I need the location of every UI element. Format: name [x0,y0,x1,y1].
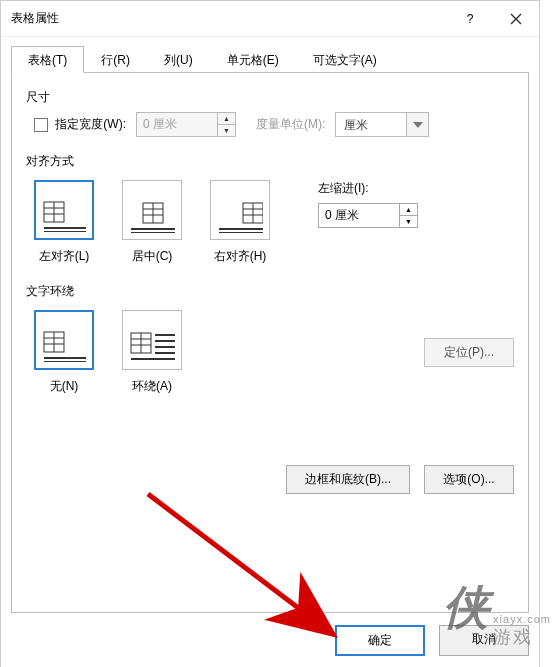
tab-row[interactable]: 行(R) [84,46,147,73]
wrap-around[interactable]: 环绕(A) [122,310,182,395]
indent-label: 左缩进(I): [318,180,418,197]
align-left-icon [42,196,86,232]
specify-width-label[interactable]: 指定宽度(W): [34,116,126,133]
close-button[interactable] [493,1,539,37]
align-left[interactable]: 左对齐(L) [34,180,94,265]
wrap-group-label: 文字环绕 [26,283,514,300]
tab-alttext[interactable]: 可选文字(A) [296,46,394,73]
table-properties-dialog: 表格属性 ? 表格(T) 行(R) 列(U) 单元格(E) 可选文字(A) 尺寸… [0,0,540,667]
width-spinbox[interactable]: ▲ ▼ [136,112,236,137]
indent-spin-up[interactable]: ▲ [400,204,417,216]
width-spin-down[interactable]: ▼ [218,125,235,136]
tab-column[interactable]: 列(U) [147,46,210,73]
titlebar: 表格属性 ? [1,1,539,37]
indent-input[interactable] [319,204,399,227]
panel-bottom-buttons: 边框和底纹(B)... 选项(O)... [26,465,514,494]
wrap-group: 无(N) [34,310,514,395]
indent-column: 左缩进(I): ▲ ▼ [318,180,418,228]
unit-value: 厘米 [336,113,406,136]
indent-spinbox[interactable]: ▲ ▼ [318,203,418,228]
align-group-label: 对齐方式 [26,153,514,170]
unit-dropdown[interactable]: 厘米 [335,112,429,137]
watermark-logo: 侠 [443,584,491,630]
width-spin-up[interactable]: ▲ [218,113,235,125]
tab-table[interactable]: 表格(T) [11,46,84,73]
close-icon [510,13,522,25]
dialog-client: 表格(T) 行(R) 列(U) 单元格(E) 可选文字(A) 尺寸 指定宽度(W… [1,37,539,667]
align-right[interactable]: 右对齐(H) [210,180,270,265]
ok-button[interactable]: 确定 [335,625,425,656]
size-group-label: 尺寸 [26,89,514,106]
help-button[interactable]: ? [447,1,493,37]
wrap-none-icon [42,326,86,362]
border-shading-button[interactable]: 边框和底纹(B)... [286,465,410,494]
width-input [137,113,217,136]
watermark-url: xiayx.com [493,613,551,625]
options-button[interactable]: 选项(O)... [424,465,514,494]
align-right-icon [217,197,263,233]
watermark: 侠 xiayx.com 游戏 [443,584,551,649]
align-group: 左对齐(L) 居中(C) [34,180,514,265]
indent-spin-down[interactable]: ▼ [400,216,417,227]
specify-width-checkbox[interactable] [34,118,48,132]
align-center[interactable]: 居中(C) [122,180,182,265]
watermark-brand: 游戏 [493,625,551,649]
align-center-icon [129,197,175,233]
wrap-none[interactable]: 无(N) [34,310,94,395]
tabstrip: 表格(T) 行(R) 列(U) 单元格(E) 可选文字(A) [11,45,529,73]
size-row: 指定宽度(W): ▲ ▼ 度量单位(M): 厘米 [34,112,514,137]
tabpanel-table: 尺寸 指定宽度(W): ▲ ▼ 度量单位(M): 厘米 [11,73,529,613]
wrap-around-icon [129,327,175,363]
chevron-down-icon[interactable] [406,113,428,136]
dialog-title: 表格属性 [11,10,447,27]
position-button[interactable]: 定位(P)... [424,338,514,367]
unit-label: 度量单位(M): [256,116,325,133]
tab-cell[interactable]: 单元格(E) [210,46,296,73]
